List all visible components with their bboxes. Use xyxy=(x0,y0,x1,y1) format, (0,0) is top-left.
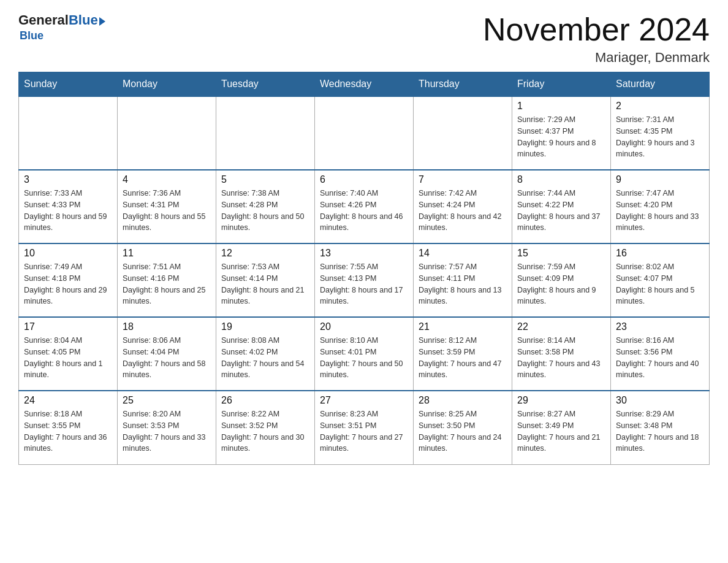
week-row-4: 17Sunrise: 8:04 AMSunset: 4:05 PMDayligh… xyxy=(19,317,710,391)
day-info: Sunrise: 7:44 AMSunset: 4:22 PMDaylight:… xyxy=(517,188,605,234)
day-number: 5 xyxy=(221,174,309,185)
day-info: Sunrise: 8:02 AMSunset: 4:07 PMDaylight:… xyxy=(616,261,704,307)
page-header: General Blue Blue November 2024 Mariager… xyxy=(18,12,710,66)
day-info: Sunrise: 8:12 AMSunset: 3:59 PMDaylight:… xyxy=(419,335,507,381)
day-number: 12 xyxy=(221,248,309,259)
day-cell-22-3-5: 22Sunrise: 8:14 AMSunset: 3:58 PMDayligh… xyxy=(512,317,611,391)
day-number: 18 xyxy=(123,321,211,332)
day-number: 3 xyxy=(24,174,112,185)
logo-blue-text: Blue xyxy=(69,12,98,28)
day-number: 7 xyxy=(419,174,507,185)
day-info: Sunrise: 7:57 AMSunset: 4:11 PMDaylight:… xyxy=(419,261,507,307)
day-cell-10-2-0: 10Sunrise: 7:49 AMSunset: 4:18 PMDayligh… xyxy=(19,243,118,317)
day-cell-25-4-1: 25Sunrise: 8:20 AMSunset: 3:53 PMDayligh… xyxy=(118,391,216,464)
day-cell-20-3-3: 20Sunrise: 8:10 AMSunset: 4:01 PMDayligh… xyxy=(315,317,414,391)
day-cell-14-2-4: 14Sunrise: 7:57 AMSunset: 4:11 PMDayligh… xyxy=(414,243,512,317)
week-row-1: 1Sunrise: 7:29 AMSunset: 4:37 PMDaylight… xyxy=(19,96,710,170)
day-info: Sunrise: 8:23 AMSunset: 3:51 PMDaylight:… xyxy=(320,408,408,454)
weekday-tuesday: Tuesday xyxy=(216,72,315,97)
day-info: Sunrise: 7:33 AMSunset: 4:33 PMDaylight:… xyxy=(24,188,112,234)
day-number: 15 xyxy=(517,248,605,259)
day-cell-9-1-6: 9Sunrise: 7:47 AMSunset: 4:20 PMDaylight… xyxy=(611,170,710,243)
logo: General Blue Blue xyxy=(18,12,105,42)
day-number: 16 xyxy=(616,248,704,259)
weekday-monday: Monday xyxy=(118,72,216,97)
weekday-sunday: Sunday xyxy=(19,72,118,97)
day-info: Sunrise: 7:59 AMSunset: 4:09 PMDaylight:… xyxy=(517,261,605,307)
day-number: 28 xyxy=(419,395,507,406)
day-cell-8-1-5: 8Sunrise: 7:44 AMSunset: 4:22 PMDaylight… xyxy=(512,170,611,243)
day-cell-26-4-2: 26Sunrise: 8:22 AMSunset: 3:52 PMDayligh… xyxy=(216,391,315,464)
day-cell-3-1-0: 3Sunrise: 7:33 AMSunset: 4:33 PMDaylight… xyxy=(19,170,118,243)
day-info: Sunrise: 7:40 AMSunset: 4:26 PMDaylight:… xyxy=(320,188,408,234)
day-number: 19 xyxy=(221,321,309,332)
day-cell-2-0-6: 2Sunrise: 7:31 AMSunset: 4:35 PMDaylight… xyxy=(611,96,710,170)
day-cell-29-4-5: 29Sunrise: 8:27 AMSunset: 3:49 PMDayligh… xyxy=(512,391,611,464)
day-cell-empty-0-4 xyxy=(414,96,512,170)
day-cell-17-3-0: 17Sunrise: 8:04 AMSunset: 4:05 PMDayligh… xyxy=(19,317,118,391)
day-info: Sunrise: 7:38 AMSunset: 4:28 PMDaylight:… xyxy=(221,188,309,234)
week-row-3: 10Sunrise: 7:49 AMSunset: 4:18 PMDayligh… xyxy=(19,243,710,317)
day-cell-24-4-0: 24Sunrise: 8:18 AMSunset: 3:55 PMDayligh… xyxy=(19,391,118,464)
day-info: Sunrise: 7:55 AMSunset: 4:13 PMDaylight:… xyxy=(320,261,408,307)
day-info: Sunrise: 8:04 AMSunset: 4:05 PMDaylight:… xyxy=(24,335,112,381)
week-row-5: 24Sunrise: 8:18 AMSunset: 3:55 PMDayligh… xyxy=(19,391,710,464)
day-cell-6-1-3: 6Sunrise: 7:40 AMSunset: 4:26 PMDaylight… xyxy=(315,170,414,243)
day-cell-30-4-6: 30Sunrise: 8:29 AMSunset: 3:48 PMDayligh… xyxy=(611,391,710,464)
day-cell-4-1-1: 4Sunrise: 7:36 AMSunset: 4:31 PMDaylight… xyxy=(118,170,216,243)
day-cell-19-3-2: 19Sunrise: 8:08 AMSunset: 4:02 PMDayligh… xyxy=(216,317,315,391)
day-cell-21-3-4: 21Sunrise: 8:12 AMSunset: 3:59 PMDayligh… xyxy=(414,317,512,391)
day-number: 14 xyxy=(419,248,507,259)
day-number: 20 xyxy=(320,321,408,332)
day-cell-13-2-3: 13Sunrise: 7:55 AMSunset: 4:13 PMDayligh… xyxy=(315,243,414,317)
day-info: Sunrise: 8:20 AMSunset: 3:53 PMDaylight:… xyxy=(123,408,211,454)
day-info: Sunrise: 7:36 AMSunset: 4:31 PMDaylight:… xyxy=(123,188,211,234)
day-number: 9 xyxy=(616,174,704,185)
day-info: Sunrise: 7:29 AMSunset: 4:37 PMDaylight:… xyxy=(517,114,605,160)
day-number: 1 xyxy=(517,101,605,112)
day-cell-18-3-1: 18Sunrise: 8:06 AMSunset: 4:04 PMDayligh… xyxy=(118,317,216,391)
day-cell-12-2-2: 12Sunrise: 7:53 AMSunset: 4:14 PMDayligh… xyxy=(216,243,315,317)
day-cell-16-2-6: 16Sunrise: 8:02 AMSunset: 4:07 PMDayligh… xyxy=(611,243,710,317)
day-number: 30 xyxy=(616,395,704,406)
day-number: 10 xyxy=(24,248,112,259)
day-info: Sunrise: 7:53 AMSunset: 4:14 PMDaylight:… xyxy=(221,261,309,307)
day-info: Sunrise: 8:25 AMSunset: 3:50 PMDaylight:… xyxy=(419,408,507,454)
day-info: Sunrise: 8:06 AMSunset: 4:04 PMDaylight:… xyxy=(123,335,211,381)
day-cell-23-3-6: 23Sunrise: 8:16 AMSunset: 3:56 PMDayligh… xyxy=(611,317,710,391)
day-info: Sunrise: 8:22 AMSunset: 3:52 PMDaylight:… xyxy=(221,408,309,454)
day-info: Sunrise: 8:29 AMSunset: 3:48 PMDaylight:… xyxy=(616,408,704,454)
day-number: 24 xyxy=(24,395,112,406)
day-number: 13 xyxy=(320,248,408,259)
day-info: Sunrise: 7:51 AMSunset: 4:16 PMDaylight:… xyxy=(123,261,211,307)
day-info: Sunrise: 7:47 AMSunset: 4:20 PMDaylight:… xyxy=(616,188,704,234)
day-info: Sunrise: 7:31 AMSunset: 4:35 PMDaylight:… xyxy=(616,114,704,160)
weekday-header-row: SundayMondayTuesdayWednesdayThursdayFrid… xyxy=(19,72,710,97)
day-number: 11 xyxy=(123,248,211,259)
day-number: 22 xyxy=(517,321,605,332)
day-number: 29 xyxy=(517,395,605,406)
day-number: 23 xyxy=(616,321,704,332)
day-cell-empty-0-0 xyxy=(19,96,118,170)
day-info: Sunrise: 8:16 AMSunset: 3:56 PMDaylight:… xyxy=(616,335,704,381)
day-number: 26 xyxy=(221,395,309,406)
week-row-2: 3Sunrise: 7:33 AMSunset: 4:33 PMDaylight… xyxy=(19,170,710,243)
day-info: Sunrise: 8:14 AMSunset: 3:58 PMDaylight:… xyxy=(517,335,605,381)
title-section: November 2024 Mariager, Denmark xyxy=(483,12,710,66)
day-number: 27 xyxy=(320,395,408,406)
day-info: Sunrise: 8:27 AMSunset: 3:49 PMDaylight:… xyxy=(517,408,605,454)
day-info: Sunrise: 8:18 AMSunset: 3:55 PMDaylight:… xyxy=(24,408,112,454)
day-number: 21 xyxy=(419,321,507,332)
month-title: November 2024 xyxy=(483,12,710,47)
day-info: Sunrise: 8:08 AMSunset: 4:02 PMDaylight:… xyxy=(221,335,309,381)
day-number: 8 xyxy=(517,174,605,185)
day-cell-7-1-4: 7Sunrise: 7:42 AMSunset: 4:24 PMDaylight… xyxy=(414,170,512,243)
calendar-table: SundayMondayTuesdayWednesdayThursdayFrid… xyxy=(18,72,710,465)
weekday-wednesday: Wednesday xyxy=(315,72,414,97)
day-cell-11-2-1: 11Sunrise: 7:51 AMSunset: 4:16 PMDayligh… xyxy=(118,243,216,317)
day-cell-15-2-5: 15Sunrise: 7:59 AMSunset: 4:09 PMDayligh… xyxy=(512,243,611,317)
day-cell-28-4-4: 28Sunrise: 8:25 AMSunset: 3:50 PMDayligh… xyxy=(414,391,512,464)
day-cell-27-4-3: 27Sunrise: 8:23 AMSunset: 3:51 PMDayligh… xyxy=(315,391,414,464)
day-number: 2 xyxy=(616,101,704,112)
day-cell-empty-0-2 xyxy=(216,96,315,170)
